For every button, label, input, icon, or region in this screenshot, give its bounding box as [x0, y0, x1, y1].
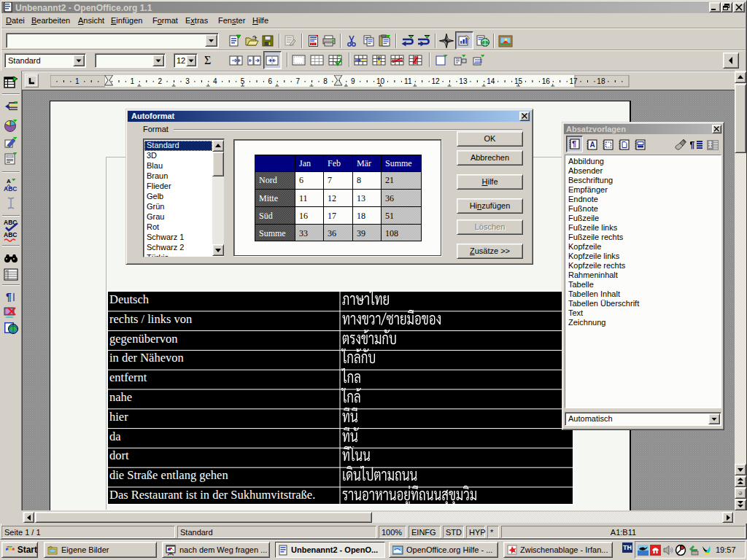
svg-text:Nord: Nord [259, 175, 277, 185]
svg-text:36: 36 [328, 228, 336, 238]
svg-text:8: 8 [323, 77, 328, 85]
svg-text:14: 14 [487, 77, 495, 85]
svg-text:Mitte: Mitte [259, 193, 278, 203]
svg-text:12: 12 [328, 193, 336, 203]
svg-text:ABC: ABC [4, 231, 17, 238]
svg-text:1: 1 [131, 77, 135, 85]
svg-text:6: 6 [299, 175, 303, 185]
svg-text:12: 12 [432, 77, 441, 85]
svg-text:2: 2 [158, 77, 162, 85]
svg-text:17: 17 [570, 77, 578, 85]
svg-text:17: 17 [328, 211, 336, 221]
svg-text:Summe: Summe [259, 228, 286, 238]
svg-text:A: A [589, 141, 595, 149]
svg-text:18: 18 [357, 211, 365, 221]
svg-text:Süd: Süd [259, 211, 273, 221]
svg-text:Summe: Summe [385, 158, 412, 168]
svg-text:7: 7 [295, 77, 300, 85]
svg-text:36: 36 [385, 193, 394, 203]
svg-text:16: 16 [299, 211, 308, 221]
svg-text:¶: ¶ [690, 139, 694, 150]
svg-text:108: 108 [385, 228, 398, 238]
svg-text:A: A [7, 178, 11, 184]
svg-text:21: 21 [385, 175, 394, 185]
svg-text:7: 7 [328, 175, 332, 185]
svg-text:3: 3 [185, 77, 190, 85]
svg-text:33: 33 [299, 228, 308, 238]
svg-text:18: 18 [597, 77, 605, 85]
svg-text:11: 11 [299, 193, 308, 203]
svg-text:13: 13 [357, 193, 365, 203]
svg-text:9: 9 [351, 77, 355, 85]
svg-text:16: 16 [542, 77, 551, 85]
svg-text:11: 11 [404, 77, 412, 85]
svg-text:1: 1 [75, 77, 80, 85]
svg-text:ABC: ABC [4, 185, 17, 192]
svg-text:6: 6 [268, 77, 273, 85]
svg-text:¶: ¶ [6, 291, 12, 303]
svg-text:39: 39 [357, 228, 365, 238]
svg-text:8: 8 [357, 175, 361, 185]
svg-text:Jan: Jan [299, 158, 311, 168]
svg-text:51: 51 [385, 211, 394, 221]
svg-text:Feb: Feb [328, 158, 341, 168]
svg-text:13: 13 [459, 77, 468, 85]
svg-text:4: 4 [213, 77, 217, 85]
svg-text:Mär: Mär [357, 158, 371, 168]
svg-text:¶: ¶ [572, 139, 576, 148]
